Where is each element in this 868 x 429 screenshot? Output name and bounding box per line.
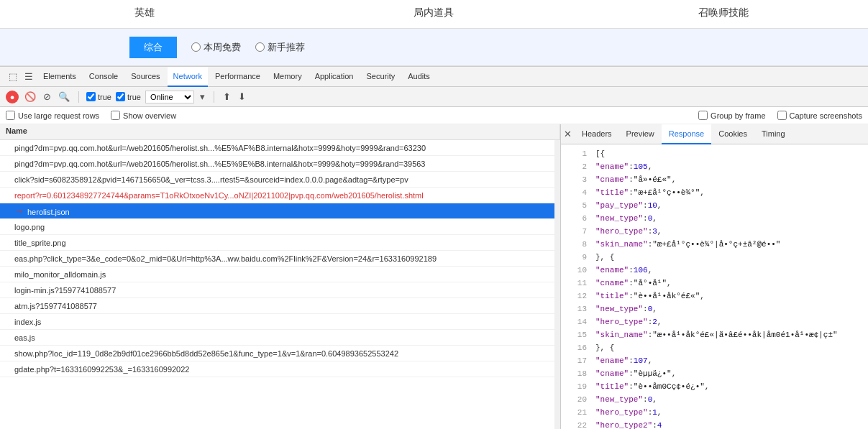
- json-line: 15 "skin_name": "æ••å¹•åk°é£«|ã•â£é••åk|…: [567, 328, 862, 341]
- devtools-inspect-icon[interactable]: ⬚: [6, 70, 20, 84]
- row-name-text: pingd?dm=pvp.qq.com.hot&url=/web201605/h…: [14, 160, 557, 168]
- capture-screenshots-checkbox[interactable]: Capture screenshots: [777, 111, 863, 120]
- export-button[interactable]: ⬇: [237, 91, 247, 102]
- network-row[interactable]: gdate.php?t=1633160992253&_=163316099202…: [0, 361, 560, 377]
- devtools-tab-bar: ⬚ ☰ Elements Console Sources Network Per…: [0, 67, 868, 87]
- hero-tabs-bar: 综合 本周免费 新手推荐: [0, 29, 868, 66]
- devtools-main-area: Name pingd?dm=pvp.qq.com.hot&url=/web201…: [0, 124, 868, 429]
- json-line: 11 "cname": "å°•å¹",: [567, 277, 862, 290]
- network-list-header: Name: [0, 124, 560, 140]
- json-line: 17 "ename": 107,: [567, 354, 862, 367]
- show-overview-checkbox[interactable]: Show overview: [111, 111, 176, 120]
- json-line: 21 "hero_type": 1,: [567, 406, 862, 419]
- tab-headers[interactable]: Headers: [575, 124, 619, 144]
- tab-cookies[interactable]: Cookies: [711, 124, 754, 144]
- network-rows-container[interactable]: pingd?dm=pvp.qq.com.hot&url=/web201605/h…: [0, 140, 560, 429]
- network-row[interactable]: login-min.js?1597741088577: [0, 282, 560, 298]
- response-content-area: 1[{2 "ename": 105,3 "cname": "å»•é£«",4 …: [561, 144, 868, 429]
- hero-radio-beginner[interactable]: 新手推荐: [255, 41, 305, 54]
- json-line: 6 "new_type": 0,: [567, 212, 862, 225]
- preserve-log-checkbox[interactable]: true: [86, 92, 111, 101]
- filter-button[interactable]: ⊘: [42, 91, 52, 102]
- devtools-options-row: Use large request rows Show overview Gro…: [0, 107, 868, 124]
- row-name-text: →herolist.json: [14, 206, 557, 217]
- row-name-text: eas.js: [14, 333, 557, 342]
- network-row[interactable]: click?sid=s6082358912&pvid=1467156650&_v…: [0, 172, 560, 188]
- row-name-text: milo_monitor_alldomain.js: [14, 270, 557, 279]
- json-line: 3 "cname": "å»•é£«",: [567, 173, 862, 186]
- json-line: 7 "hero_type": 3,: [567, 225, 862, 238]
- network-row[interactable]: →herolist.json: [0, 203, 560, 219]
- options-left: Use large request rows Show overview: [6, 111, 176, 120]
- tab-response[interactable]: Response: [662, 124, 712, 144]
- hero-tab-all[interactable]: 综合: [129, 37, 177, 58]
- network-row[interactable]: atm.js?1597741088577: [0, 298, 560, 314]
- row-name-text: report?r=0.6012348927724744&params=T1oRk…: [14, 191, 557, 200]
- tab-security[interactable]: Security: [360, 67, 401, 87]
- row-name-text: gdate.php?t=1633160992253&_=163316099202…: [14, 365, 557, 374]
- tab-network[interactable]: Network: [168, 67, 208, 87]
- tab-performance[interactable]: Performance: [209, 67, 266, 87]
- row-name-text: click?sid=s6082358912&pvid=1467156650&_v…: [14, 175, 557, 184]
- row-name-text: atm.js?1597741088577: [14, 302, 557, 310]
- network-row[interactable]: eas.js: [0, 330, 560, 346]
- options-right: Group by frame Capture screenshots: [698, 111, 862, 120]
- json-line: 13 "new_type": 0,: [567, 303, 862, 315]
- network-row[interactable]: eas.php?click_type=3&e_code=0&o2_mid=0&U…: [0, 251, 560, 267]
- json-line: 4 "title": "æ+£å¹°ç••è¾°",: [567, 186, 862, 199]
- network-row[interactable]: logo.png: [0, 219, 560, 235]
- json-line: 10 "ename": 106,: [567, 264, 862, 277]
- nav-items[interactable]: 局内道具: [289, 0, 578, 28]
- response-tab-bar: ✕ Headers Preview Response Cookies Timin…: [561, 124, 868, 144]
- response-panel: ✕ Headers Preview Response Cookies Timin…: [561, 124, 868, 429]
- devtools-toolbar: ● 🚫 ⊘ 🔍 true true Online Fast 3G Slow 3G…: [0, 87, 868, 107]
- json-line: 18 "cname": "èµµä¿•",: [567, 367, 862, 380]
- nav-heroes[interactable]: 英雄: [0, 0, 289, 28]
- network-row[interactable]: title_sprite.png: [0, 235, 560, 251]
- tab-timing[interactable]: Timing: [754, 124, 792, 144]
- tab-audits[interactable]: Audits: [402, 67, 436, 87]
- nav-skills[interactable]: 召唤师技能: [579, 0, 868, 28]
- hero-radio-weekly-free[interactable]: 本周免费: [191, 41, 241, 54]
- throttle-arrow[interactable]: ▾: [198, 91, 206, 102]
- tab-memory[interactable]: Memory: [268, 67, 308, 87]
- group-by-frame-checkbox[interactable]: Group by frame: [698, 111, 765, 120]
- json-line: 14 "hero_type": 2,: [567, 315, 862, 328]
- tab-sources[interactable]: Sources: [125, 67, 165, 87]
- throttle-select[interactable]: Online Fast 3G Slow 3G Offline: [145, 91, 194, 103]
- row-name-text: pingd?dm=pvp.qq.com.hot&url=/web201605/h…: [14, 144, 557, 152]
- network-row[interactable]: report?r=0.6012348927724744&params=T1oRk…: [0, 188, 560, 203]
- tab-console[interactable]: Console: [83, 67, 124, 87]
- row-name-text: logo.png: [14, 223, 557, 231]
- clear-button[interactable]: 🚫: [23, 91, 37, 102]
- devtools-device-icon[interactable]: ☰: [22, 70, 36, 84]
- network-row[interactable]: pingd?dm=pvp.qq.com.hot&url=/web201605/h…: [0, 156, 560, 172]
- network-row[interactable]: pingd?dm=pvp.qq.com.hot&url=/web201605/h…: [0, 140, 560, 156]
- disable-cache-checkbox[interactable]: true: [116, 92, 141, 101]
- json-line: 19 "title": "è••åm0Cç¢•é¿•",: [567, 380, 862, 393]
- network-row[interactable]: milo_monitor_alldomain.js: [0, 267, 560, 282]
- devtools-panel: ⬚ ☰ Elements Console Sources Network Per…: [0, 66, 868, 429]
- large-rows-checkbox[interactable]: Use large request rows: [6, 111, 99, 120]
- json-line: 20 "new_type": 0,: [567, 393, 862, 406]
- row-name-text: eas.php?click_type=3&e_code=0&o2_mid=0&U…: [14, 254, 557, 263]
- json-line: 12 "title": "è••å¹•åk°é£«",: [567, 290, 862, 303]
- row-name-text: show.php?loc_id=119_0d8e2b9df01ce2966bb5…: [14, 349, 557, 358]
- json-line: 22 "hero_type2": 4: [567, 419, 862, 429]
- json-line: 2 "ename": 105,: [567, 160, 862, 173]
- tab-application[interactable]: Application: [309, 67, 360, 87]
- row-name-text: index.js: [14, 318, 557, 326]
- network-row[interactable]: index.js: [0, 314, 560, 330]
- json-line: 16}, {: [567, 341, 862, 354]
- record-button[interactable]: ●: [6, 91, 19, 103]
- tab-preview[interactable]: Preview: [619, 124, 662, 144]
- json-line: 5 "pay_type": 10,: [567, 199, 862, 212]
- json-line: 9}, {: [567, 251, 862, 264]
- network-row[interactable]: show.php?loc_id=119_0d8e2b9df01ce2966bb5…: [0, 346, 560, 361]
- scrollbar[interactable]: [554, 140, 560, 429]
- tab-elements[interactable]: Elements: [37, 67, 82, 87]
- close-panel-icon[interactable]: ✕: [564, 129, 572, 139]
- import-button[interactable]: ⬆: [221, 91, 232, 102]
- search-button[interactable]: 🔍: [57, 91, 71, 102]
- top-navigation: 英雄 局内道具 召唤师技能: [0, 0, 868, 29]
